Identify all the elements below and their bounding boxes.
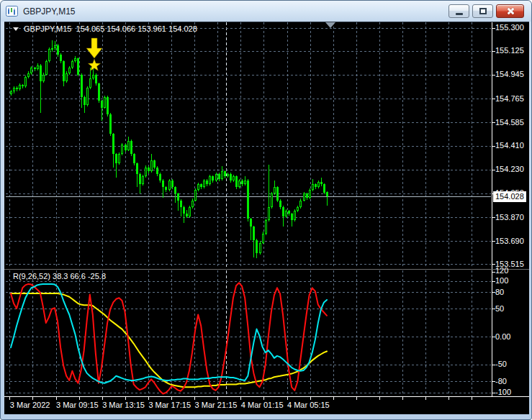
current-price-flag: 154.028 [493,191,526,202]
chart-ohlc-header: GBPJPY,M15 154.065 154.066 153.961 154.0… [13,24,197,33]
close-icon [506,7,514,15]
title-bar[interactable]: GBPJPY,M15 [1,1,531,22]
chart-window: GBPJPY,M15 155.300155.125154.945154.7651… [0,0,532,420]
window-controls [448,4,526,18]
restore-button[interactable] [472,4,493,18]
collapse-indicator-icon [13,27,19,31]
minimize-button[interactable] [448,4,469,18]
chart-area[interactable] [4,22,529,414]
window-title: GBPJPY,M15 [23,6,75,17]
minimize-icon [456,13,463,15]
restore-icon [479,8,487,14]
chart-window-icon [6,6,18,17]
indicator-label: R(9,26,52) 38.3 66.6 -25.8 [13,272,106,280]
chart-ohlc-text: GBPJPY,M15 154.065 154.066 153.961 154.0… [24,24,197,33]
close-button[interactable] [496,4,524,18]
